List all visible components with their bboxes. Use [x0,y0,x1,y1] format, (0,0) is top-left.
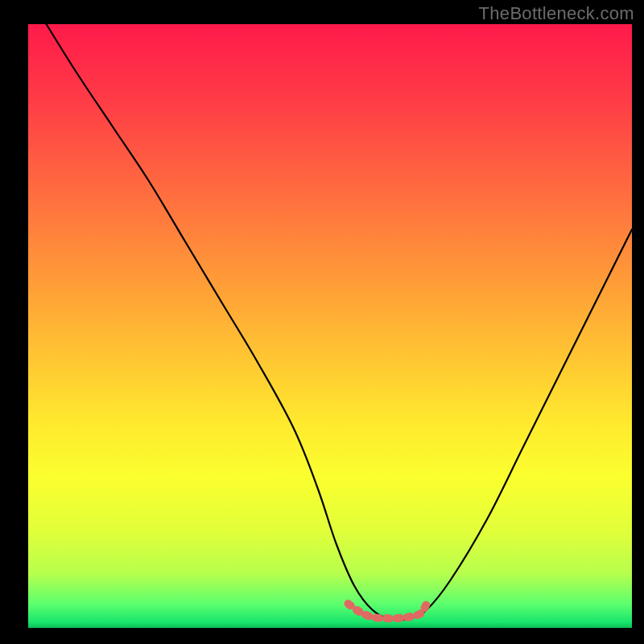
plot-area [28,24,632,628]
watermark-text: TheBottleneck.com [479,3,634,24]
chart-frame: TheBottleneck.com [0,0,644,644]
bottleneck-curve [47,24,633,620]
chart-svg [28,24,632,628]
sweet-spot-band [349,604,427,618]
